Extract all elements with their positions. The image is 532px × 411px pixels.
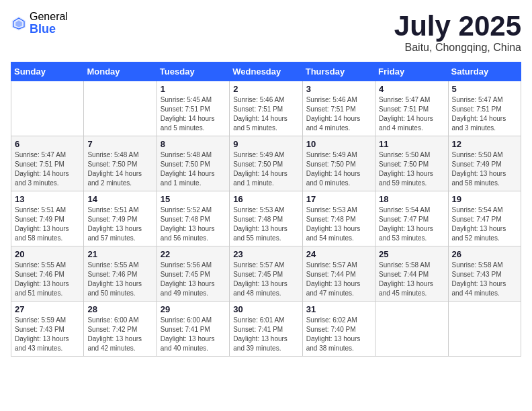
day-info: Sunrise: 5:53 AM Sunset: 7:48 PM Dayligh… — [233, 205, 298, 243]
day-number: 12 — [452, 139, 517, 149]
day-header-wednesday: Wednesday — [230, 62, 302, 81]
day-header-saturday: Saturday — [448, 62, 521, 81]
calendar-cell: 11Sunrise: 5:50 AM Sunset: 7:50 PM Dayli… — [375, 136, 448, 191]
calendar-cell: 4Sunrise: 5:47 AM Sunset: 7:51 PM Daylig… — [375, 81, 448, 136]
calendar-cell — [84, 81, 157, 136]
day-info: Sunrise: 5:48 AM Sunset: 7:50 PM Dayligh… — [87, 150, 152, 188]
calendar-cell: 10Sunrise: 5:49 AM Sunset: 7:50 PM Dayli… — [302, 136, 375, 191]
week-row-3: 13Sunrise: 5:51 AM Sunset: 7:49 PM Dayli… — [11, 191, 521, 246]
calendar-cell: 29Sunrise: 6:00 AM Sunset: 7:41 PM Dayli… — [157, 302, 229, 357]
title-area: July 2025 Baitu, Chongqing, China — [394, 11, 521, 54]
day-number: 18 — [379, 194, 444, 204]
day-info: Sunrise: 5:51 AM Sunset: 7:49 PM Dayligh… — [15, 205, 80, 243]
day-number: 7 — [87, 139, 152, 149]
day-info: Sunrise: 5:53 AM Sunset: 7:48 PM Dayligh… — [306, 205, 371, 243]
day-number: 5 — [452, 84, 517, 94]
day-number: 13 — [15, 194, 80, 204]
calendar-cell: 3Sunrise: 5:46 AM Sunset: 7:51 PM Daylig… — [302, 81, 375, 136]
day-number: 23 — [233, 249, 298, 259]
day-info: Sunrise: 5:49 AM Sunset: 7:50 PM Dayligh… — [306, 150, 371, 188]
calendar-cell — [11, 81, 84, 136]
day-info: Sunrise: 5:47 AM Sunset: 7:51 PM Dayligh… — [379, 95, 444, 133]
day-number: 15 — [161, 194, 226, 204]
day-info: Sunrise: 5:58 AM Sunset: 7:43 PM Dayligh… — [452, 261, 517, 298]
week-row-4: 20Sunrise: 5:55 AM Sunset: 7:46 PM Dayli… — [11, 246, 521, 302]
day-info: Sunrise: 5:55 AM Sunset: 7:46 PM Dayligh… — [15, 261, 80, 298]
day-header-sunday: Sunday — [11, 62, 84, 81]
month-title: July 2025 — [394, 11, 521, 42]
logo-icon — [11, 15, 27, 32]
day-info: Sunrise: 5:54 AM Sunset: 7:47 PM Dayligh… — [452, 205, 517, 243]
day-number: 25 — [379, 249, 444, 259]
calendar-cell — [448, 302, 521, 357]
day-number: 17 — [306, 194, 371, 204]
calendar-cell: 22Sunrise: 5:56 AM Sunset: 7:45 PM Dayli… — [157, 246, 229, 302]
calendar-cell: 14Sunrise: 5:51 AM Sunset: 7:49 PM Dayli… — [84, 191, 157, 246]
day-info: Sunrise: 5:51 AM Sunset: 7:49 PM Dayligh… — [87, 205, 152, 243]
day-info: Sunrise: 5:50 AM Sunset: 7:49 PM Dayligh… — [452, 150, 517, 188]
day-info: Sunrise: 5:58 AM Sunset: 7:44 PM Dayligh… — [379, 261, 444, 298]
calendar-table: SundayMondayTuesdayWednesdayThursdayFrid… — [11, 62, 521, 357]
day-number: 8 — [161, 139, 226, 149]
day-number: 24 — [306, 249, 371, 259]
day-info: Sunrise: 6:00 AM Sunset: 7:42 PM Dayligh… — [87, 316, 152, 353]
calendar-cell: 31Sunrise: 6:02 AM Sunset: 7:40 PM Dayli… — [302, 302, 375, 357]
calendar-cell: 19Sunrise: 5:54 AM Sunset: 7:47 PM Dayli… — [448, 191, 521, 246]
week-row-1: 1Sunrise: 5:45 AM Sunset: 7:51 PM Daylig… — [11, 81, 521, 136]
day-number: 27 — [15, 304, 80, 314]
calendar-cell: 1Sunrise: 5:45 AM Sunset: 7:51 PM Daylig… — [157, 81, 229, 136]
calendar-cell: 27Sunrise: 5:59 AM Sunset: 7:43 PM Dayli… — [11, 302, 84, 357]
calendar-cell: 20Sunrise: 5:55 AM Sunset: 7:46 PM Dayli… — [11, 246, 84, 302]
calendar-cell: 6Sunrise: 5:47 AM Sunset: 7:51 PM Daylig… — [11, 136, 84, 191]
calendar-cell: 17Sunrise: 5:53 AM Sunset: 7:48 PM Dayli… — [302, 191, 375, 246]
logo: General Blue — [11, 11, 68, 36]
day-number: 11 — [379, 139, 444, 149]
calendar-cell: 28Sunrise: 6:00 AM Sunset: 7:42 PM Dayli… — [84, 302, 157, 357]
calendar-cell: 16Sunrise: 5:53 AM Sunset: 7:48 PM Dayli… — [230, 191, 302, 246]
day-number: 20 — [15, 249, 80, 259]
day-info: Sunrise: 6:00 AM Sunset: 7:41 PM Dayligh… — [161, 316, 226, 353]
calendar-cell: 5Sunrise: 5:47 AM Sunset: 7:51 PM Daylig… — [448, 81, 521, 136]
location-title: Baitu, Chongqing, China — [394, 42, 521, 54]
day-number: 3 — [306, 84, 371, 94]
calendar-cell: 21Sunrise: 5:55 AM Sunset: 7:46 PM Dayli… — [84, 246, 157, 302]
calendar-cell: 15Sunrise: 5:52 AM Sunset: 7:48 PM Dayli… — [157, 191, 229, 246]
day-number: 1 — [161, 84, 226, 94]
day-number: 30 — [233, 304, 298, 314]
day-info: Sunrise: 5:57 AM Sunset: 7:45 PM Dayligh… — [233, 261, 298, 298]
day-info: Sunrise: 5:45 AM Sunset: 7:51 PM Dayligh… — [161, 95, 226, 133]
calendar-cell: 25Sunrise: 5:58 AM Sunset: 7:44 PM Dayli… — [375, 246, 448, 302]
day-number: 10 — [306, 139, 371, 149]
day-number: 28 — [87, 304, 152, 314]
calendar-cell: 8Sunrise: 5:48 AM Sunset: 7:50 PM Daylig… — [157, 136, 229, 191]
calendar-cell: 23Sunrise: 5:57 AM Sunset: 7:45 PM Dayli… — [230, 246, 302, 302]
day-info: Sunrise: 5:47 AM Sunset: 7:51 PM Dayligh… — [452, 95, 517, 133]
day-info: Sunrise: 5:54 AM Sunset: 7:47 PM Dayligh… — [379, 205, 444, 243]
calendar-cell — [375, 302, 448, 357]
calendar-cell: 30Sunrise: 6:01 AM Sunset: 7:41 PM Dayli… — [230, 302, 302, 357]
week-row-2: 6Sunrise: 5:47 AM Sunset: 7:51 PM Daylig… — [11, 136, 521, 191]
day-number: 2 — [233, 84, 298, 94]
logo-general: General — [30, 11, 68, 23]
day-info: Sunrise: 5:46 AM Sunset: 7:51 PM Dayligh… — [306, 95, 371, 133]
calendar-header-row: SundayMondayTuesdayWednesdayThursdayFrid… — [11, 62, 521, 81]
day-number: 16 — [233, 194, 298, 204]
logo-text: General Blue — [30, 11, 68, 36]
day-number: 14 — [87, 194, 152, 204]
day-info: Sunrise: 6:02 AM Sunset: 7:40 PM Dayligh… — [306, 316, 371, 353]
day-number: 6 — [15, 139, 80, 149]
day-info: Sunrise: 5:56 AM Sunset: 7:45 PM Dayligh… — [161, 261, 226, 298]
day-header-thursday: Thursday — [302, 62, 375, 81]
calendar-cell: 7Sunrise: 5:48 AM Sunset: 7:50 PM Daylig… — [84, 136, 157, 191]
day-number: 31 — [306, 304, 371, 314]
day-info: Sunrise: 5:55 AM Sunset: 7:46 PM Dayligh… — [87, 261, 152, 298]
calendar-cell: 2Sunrise: 5:46 AM Sunset: 7:51 PM Daylig… — [230, 81, 302, 136]
calendar-cell: 9Sunrise: 5:49 AM Sunset: 7:50 PM Daylig… — [230, 136, 302, 191]
day-number: 9 — [233, 139, 298, 149]
calendar-cell: 24Sunrise: 5:57 AM Sunset: 7:44 PM Dayli… — [302, 246, 375, 302]
calendar-cell: 12Sunrise: 5:50 AM Sunset: 7:49 PM Dayli… — [448, 136, 521, 191]
day-info: Sunrise: 5:46 AM Sunset: 7:51 PM Dayligh… — [233, 95, 298, 133]
day-info: Sunrise: 5:57 AM Sunset: 7:44 PM Dayligh… — [306, 261, 371, 298]
day-number: 29 — [161, 304, 226, 314]
day-info: Sunrise: 5:52 AM Sunset: 7:48 PM Dayligh… — [161, 205, 226, 243]
